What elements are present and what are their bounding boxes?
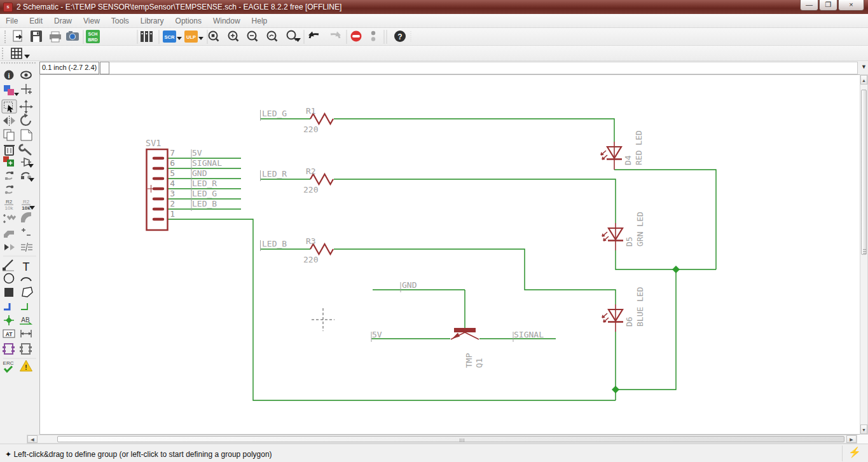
menu-help[interactable]: Help (246, 15, 273, 27)
miter-tool[interactable] (4, 231, 14, 238)
command-history-dropdown[interactable]: ▼ (861, 64, 867, 70)
redo-icon[interactable] (331, 32, 341, 39)
attribute-tool[interactable]: AT (3, 330, 15, 337)
help-icon[interactable]: ? (394, 31, 406, 42)
menu-library[interactable]: Library (135, 15, 170, 27)
command-input[interactable] (109, 62, 858, 74)
junction-dot[interactable] (612, 386, 619, 393)
ulp-icon[interactable]: ULP (184, 31, 203, 43)
pinswap-tool[interactable] (5, 186, 13, 194)
save-icon[interactable] (31, 31, 42, 42)
menu-window[interactable]: Window (207, 15, 246, 27)
name-tool[interactable]: R2 10k (4, 199, 13, 211)
scroll-left-button[interactable]: ◀ (27, 435, 38, 443)
smash-tool[interactable] (3, 214, 15, 223)
text-tool[interactable]: T (23, 261, 30, 273)
show-eye-tool[interactable] (21, 72, 31, 79)
net-label-signal-row[interactable]: SIGNAL (514, 330, 544, 339)
print-icon[interactable] (50, 32, 61, 42)
copy-tool[interactable] (4, 130, 14, 140)
change-wrench-tool[interactable] (20, 145, 31, 154)
net-label-led-g-row[interactable]: LED_G (262, 109, 287, 118)
value-tool[interactable]: R2 10k (22, 199, 35, 211)
mirror-tool[interactable] (3, 116, 15, 126)
delete-trash-tool[interactable] (4, 146, 15, 155)
paste-special-tool[interactable] (21, 173, 34, 182)
arc-tool[interactable] (21, 278, 31, 281)
frame-tool[interactable] (3, 344, 15, 354)
led-d4[interactable]: D4 RED LED (601, 130, 644, 170)
design-block-tool[interactable] (21, 243, 32, 252)
replace-part-tool[interactable] (21, 158, 34, 168)
gateswap-tool[interactable] (5, 172, 13, 180)
menu-edit[interactable]: Edit (24, 15, 48, 27)
net-tool[interactable] (21, 303, 27, 309)
label-tool[interactable]: AB (20, 316, 31, 324)
menu-options[interactable]: Options (170, 15, 207, 27)
scroll-down-button[interactable]: ▼ (860, 425, 867, 434)
library-icon[interactable] (141, 31, 153, 42)
zoom-fit-icon[interactable] (209, 32, 219, 41)
net-label-5v-row[interactable]: 5V (372, 330, 382, 339)
connector-name[interactable]: SV1 (146, 138, 161, 148)
info-tool[interactable]: i (4, 71, 14, 80)
circle-tool[interactable] (4, 274, 14, 283)
dimension-tool[interactable] (21, 330, 31, 337)
junction-dot[interactable] (672, 266, 680, 273)
net-label-gnd-row[interactable]: GND (402, 280, 417, 290)
split-tool[interactable] (22, 228, 31, 235)
zoom-select-icon[interactable] (287, 31, 301, 43)
menu-view[interactable]: View (78, 15, 106, 27)
zoom-redraw-icon[interactable] (268, 32, 277, 41)
schematic-canvas[interactable]: SV1 7 6 5 4 3 2 1 5V SIGNAL GND LED_R LE… (39, 74, 860, 435)
frame2-tool[interactable] (20, 344, 32, 354)
group-tool-selected[interactable] (2, 100, 17, 113)
go-icon[interactable] (371, 31, 375, 41)
zoom-out-icon[interactable] (248, 32, 258, 41)
menu-tools[interactable]: Tools (106, 15, 135, 27)
junction-tool[interactable] (4, 315, 14, 325)
resistor-r1[interactable]: R1 220 (303, 106, 333, 134)
menu-draw[interactable]: Draw (48, 15, 78, 27)
led-d5[interactable]: D5 GRN LED (602, 212, 645, 250)
zoom-in-icon[interactable] (229, 32, 238, 41)
errors-warning-tool[interactable]: ! (20, 360, 32, 371)
miter-arc-tool[interactable] (21, 212, 31, 222)
minimize-button[interactable]: — (800, 0, 818, 11)
scroll-up-button[interactable]: ▲ (860, 75, 867, 85)
paste-tool[interactable] (21, 130, 32, 140)
rect-tool[interactable] (4, 288, 13, 297)
connector-sv1[interactable]: SV1 (146, 138, 168, 230)
title-bar[interactable]: S 2 Schematic - E:\TEMP SENSOR\tempSenso… (0, 0, 868, 14)
resistor-r2[interactable]: R2 220 (303, 166, 333, 194)
rotate-tool[interactable] (21, 114, 31, 125)
close-button[interactable]: × (838, 0, 864, 11)
grid-button[interactable] (8, 46, 39, 61)
restore-button[interactable]: ❐ (819, 0, 837, 11)
vertical-scrollbar[interactable]: ▲ ▼ (860, 74, 868, 435)
transistor-q1[interactable]: TMP Q1 (451, 330, 484, 369)
polygon-tool[interactable] (22, 287, 32, 297)
invoke-tool[interactable] (4, 244, 15, 250)
stop-icon[interactable] (351, 31, 362, 42)
led-d6[interactable]: D6 BLUE LED (602, 287, 645, 332)
toolbar-drag-handle[interactable] (2, 48, 4, 59)
bus-tool[interactable] (4, 303, 10, 309)
scroll-right-button[interactable]: ▶ (846, 435, 857, 443)
undo-icon[interactable] (308, 32, 319, 39)
horizontal-scrollbar[interactable]: ◀ ▶ (27, 435, 857, 444)
sch-brd-toggle-icon[interactable]: SCH BRD (86, 30, 100, 43)
add-part-tool[interactable] (3, 156, 14, 166)
display-layers-tool[interactable] (4, 85, 19, 96)
mark-tool[interactable] (21, 84, 32, 94)
move-tool[interactable] (19, 100, 33, 114)
net-label-led-r-row[interactable]: LED_R (262, 169, 287, 179)
wire-tool[interactable] (3, 260, 14, 271)
menu-file[interactable]: File (0, 15, 24, 27)
erc-tool[interactable]: ERC (3, 360, 14, 372)
resistor-r3[interactable]: R3 220 (303, 236, 333, 264)
vertical-scroll-thumb[interactable] (861, 90, 867, 255)
open-icon[interactable] (13, 31, 22, 41)
palette-drag-handle[interactable] (1, 62, 36, 64)
horizontal-scroll-thumb[interactable] (57, 436, 844, 442)
